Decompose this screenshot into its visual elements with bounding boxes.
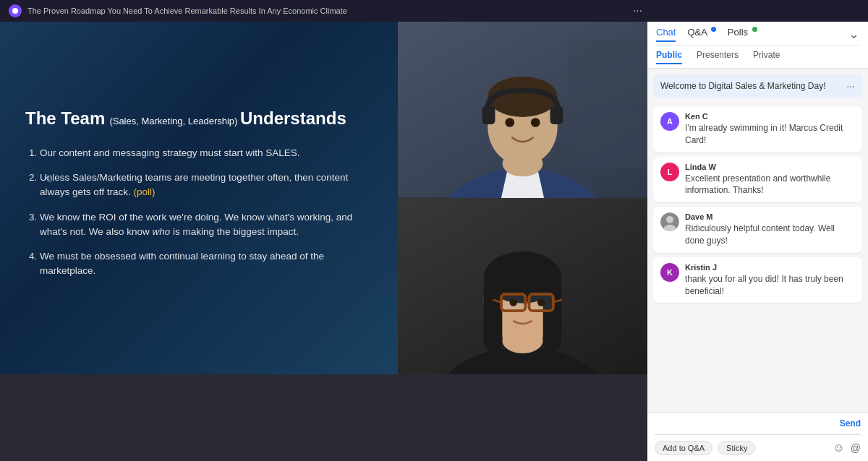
svg-rect-19 <box>543 277 562 351</box>
slide-title: The Team (Sales, Marketing, Leadership) … <box>25 107 373 130</box>
subtab-presenters[interactable]: Presenters <box>697 50 739 64</box>
avatar <box>660 212 679 231</box>
video-panel <box>398 22 647 374</box>
message-body: Ken C I'm already swimming in it! Marcus… <box>685 112 855 147</box>
avatar-letter: L <box>668 168 673 176</box>
more-options-icon[interactable]: ··· <box>633 4 642 17</box>
slide-item-3-after: is making the biggest impact. <box>170 226 299 237</box>
message-sender: Dave M <box>685 212 855 221</box>
slide-item-3: We know the ROI of the work we're doing.… <box>40 210 373 240</box>
slide-title-sub: (Sales, Marketing, Leadership) <box>109 116 240 126</box>
tab-qa-label: Q&A <box>687 27 707 38</box>
chat-header: Chat Q&A Polls ⌄ Public Presenters Priva… <box>647 22 868 69</box>
chat-input-area: Send Add to Q&A Sticky ☺ @ <box>647 412 868 461</box>
welcome-banner: Welcome to Digital Sales & Marketing Day… <box>653 74 862 98</box>
emoji-button[interactable]: ☺ <box>833 441 844 454</box>
svg-point-0 <box>12 8 18 14</box>
svg-point-9 <box>505 118 514 127</box>
slide-item-4-text: We must be obsessed with continual learn… <box>40 251 324 276</box>
slide-title-understands: Understands <box>240 108 346 128</box>
message-text: I'm already swimming in it! Marcus Credi… <box>685 122 855 147</box>
message-body: Kristin J thank you for all you did! It … <box>685 263 855 298</box>
welcome-options-icon[interactable]: ··· <box>846 80 855 92</box>
chat-action-buttons: Add to Q&A Sticky ☺ @ <box>655 441 861 455</box>
chat-message: Dave M Ridiculously helpful content toda… <box>653 207 862 253</box>
add-to-qa-button[interactable]: Add to Q&A <box>655 441 712 455</box>
tab-chat[interactable]: Chat <box>656 27 676 42</box>
video-presenter-2 <box>398 198 647 375</box>
left-panel: The Team (Sales, Marketing, Leadership) … <box>0 22 647 461</box>
qa-dot <box>711 27 716 32</box>
svg-rect-11 <box>482 106 495 124</box>
avatar: K <box>660 263 679 282</box>
avatar-letter: K <box>667 268 673 277</box>
chat-top-tabs: Chat Q&A Polls ⌄ <box>656 22 859 46</box>
slide-list: Our content and messaging strategy must … <box>25 146 373 289</box>
avatar: L <box>660 163 679 181</box>
welcome-text: Welcome to Digital Sales & Marketing Day… <box>660 81 826 91</box>
presentation-area: The Team (Sales, Marketing, Leadership) … <box>0 22 647 374</box>
message-text: Excellent presentation and worthwhile in… <box>685 173 855 197</box>
polls-dot <box>752 27 757 32</box>
svg-rect-18 <box>484 277 503 351</box>
message-body: Dave M Ridiculously helpful content toda… <box>685 212 855 247</box>
slide-title-team: The Team <box>25 108 105 128</box>
svg-point-28 <box>666 216 673 223</box>
svg-point-25 <box>510 298 517 306</box>
message-sender: Ken C <box>685 112 855 121</box>
slide-item-3-italic: who <box>152 226 170 237</box>
chat-message: A Ken C I'm already swimming in it! Marc… <box>653 106 862 152</box>
session-title: The Proven Roadmap You Need To Achieve R… <box>27 7 627 15</box>
chat-panel: Chat Q&A Polls ⌄ Public Presenters Priva… <box>647 22 868 461</box>
top-bar: The Proven Roadmap You Need To Achieve R… <box>0 0 868 22</box>
tab-polls-label: Polls <box>728 27 748 38</box>
message-text: thank you for all you did! It has truly … <box>685 273 855 298</box>
bottom-bar-left <box>0 374 647 461</box>
chat-message: K Kristin J thank you for all you did! I… <box>653 257 862 303</box>
message-body: Linda W Excellent presentation and worth… <box>685 163 855 197</box>
chat-message: L Linda W Excellent presentation and wor… <box>653 157 862 203</box>
avatar-letter: A <box>667 117 673 126</box>
cursor-indicator: ↖ <box>43 173 52 185</box>
avatar: A <box>660 112 679 131</box>
sticky-button[interactable]: Sticky <box>718 441 755 455</box>
chat-messages-list: A Ken C I'm already swimming in it! Marc… <box>647 103 868 412</box>
chat-text-input[interactable] <box>655 418 834 428</box>
tab-chat-label: Chat <box>656 27 676 38</box>
send-button[interactable]: Send <box>840 418 861 428</box>
slide-content: The Team (Sales, Marketing, Leadership) … <box>0 22 398 374</box>
message-text: Ridiculously helpful content today. Well… <box>685 223 855 247</box>
slide-item-4: We must be obsessed with continual learn… <box>40 249 373 279</box>
svg-point-26 <box>537 298 545 306</box>
svg-rect-2 <box>569 40 647 104</box>
message-sender: Kristin J <box>685 263 855 272</box>
slide-item-1-text: Our content and messaging strategy must … <box>40 147 299 158</box>
subtab-public[interactable]: Public <box>656 50 682 64</box>
app-logo <box>9 4 22 17</box>
slide-item-2-text: Unless Sales/Marketing teams are meeting… <box>40 172 348 197</box>
at-mention-button[interactable]: @ <box>851 442 861 454</box>
svg-rect-3 <box>578 113 647 168</box>
slide-poll-label: (poll) <box>134 186 156 197</box>
tab-qa[interactable]: Q&A <box>687 27 715 40</box>
slide-item-1: Our content and messaging strategy must … <box>40 146 373 160</box>
main-content: The Team (Sales, Marketing, Leadership) … <box>0 22 868 461</box>
minimize-icon[interactable]: ⌄ <box>848 26 859 42</box>
svg-point-10 <box>531 118 540 127</box>
tab-polls[interactable]: Polls <box>728 27 757 40</box>
video-presenter-1 <box>398 22 647 198</box>
subtab-private[interactable]: Private <box>753 50 780 64</box>
svg-rect-12 <box>550 106 563 124</box>
chat-input-row: Send <box>655 418 861 435</box>
chat-subtabs: Public Presenters Private <box>656 46 859 68</box>
message-sender: Linda W <box>685 163 855 171</box>
slide-item-2: Unless Sales/Marketing teams are meeting… <box>40 171 373 200</box>
